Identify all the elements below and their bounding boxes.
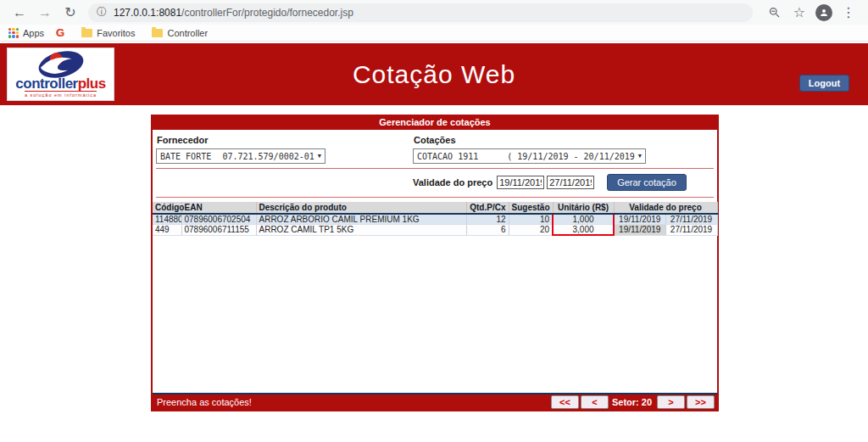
- col-unitario: Unitário (R$): [553, 202, 614, 214]
- panel-title: Gerenciador de cotações: [153, 116, 717, 130]
- cell-validade-de[interactable]: 19/11/2019: [614, 225, 665, 236]
- address-bar[interactable]: ⓘ 127.0.0.1:8081/controllerFor/protegido…: [88, 3, 753, 22]
- unitario-input[interactable]: 3,000: [553, 225, 614, 236]
- col-qtd: Qtd.P/Cx: [466, 202, 509, 214]
- cell-qtd: 12: [466, 214, 509, 225]
- folder-icon: [152, 29, 163, 37]
- cotacao-periodo: ( 19/11/2019 - 20/11/2019: [507, 152, 635, 161]
- validade-row: Validade do preço Gerar cotação: [156, 169, 714, 195]
- table-header-row: Código EAN Descrição do produto Qtd.P/Cx…: [153, 202, 717, 214]
- col-validade: Validade do preço: [614, 202, 717, 214]
- cotacoes-label: Cotações: [414, 135, 714, 145]
- reload-icon[interactable]: ↻: [60, 3, 81, 23]
- page-info-icon[interactable]: ⓘ: [97, 5, 107, 20]
- status-message: Preencha as cotações!: [157, 397, 252, 407]
- profile-avatar-icon[interactable]: [815, 4, 832, 21]
- logo-word-red: plus: [78, 76, 106, 92]
- logout-button[interactable]: Logout: [799, 75, 849, 92]
- logo-word-blue: controller: [15, 76, 77, 92]
- panel-empty-area: [153, 236, 717, 393]
- validade-label: Validade do preço: [413, 177, 492, 187]
- validade-to-input[interactable]: [547, 176, 594, 189]
- cell-codigo: 114880: [153, 214, 181, 225]
- products-table: Código EAN Descrição do produto Qtd.P/Cx…: [153, 202, 717, 236]
- fornecedor-label: Fornecedor: [157, 135, 413, 145]
- table-row: 114880 07896006702504 ARROZ ARBORIO CAMI…: [153, 214, 717, 225]
- url-path: /controllerFor/protegido/fornecedor.jsp: [181, 7, 353, 19]
- table-row: 449 07896006711155 ARROZ CAMIL TP1 5KG 6…: [153, 225, 717, 236]
- cotacoes-select[interactable]: COTACAO 1911 ( 19/11/2019 - 20/11/2019▼: [413, 148, 646, 164]
- cell-sugestao: 20: [509, 225, 553, 236]
- cell-descricao: ARROZ CAMIL TP1 5KG: [256, 225, 466, 236]
- cell-validade-ate[interactable]: 27/11/2019: [665, 225, 717, 236]
- back-icon[interactable]: ←: [9, 3, 30, 23]
- cell-codigo: 449: [153, 225, 181, 236]
- chevron-down-icon: ▼: [318, 153, 321, 159]
- bookmark-favoritos[interactable]: Favoritos: [97, 28, 135, 38]
- folder-icon: [81, 29, 92, 37]
- col-codigo: Código: [153, 202, 181, 214]
- controllerplus-logo: controllerplus a solução em informática: [7, 48, 114, 101]
- page-last-button[interactable]: >>: [687, 395, 715, 409]
- cell-validade-ate[interactable]: 27/11/2019: [665, 214, 717, 225]
- cell-qtd: 6: [466, 225, 509, 236]
- app-header: controllerplus a solução em informática …: [0, 43, 868, 105]
- bookmarks-bar: Apps G Favoritos Controller: [0, 25, 868, 42]
- page-prev-button[interactable]: <: [581, 395, 609, 409]
- filters-form: Fornecedor BATE FORTE 07.721.579/0002-01…: [153, 130, 717, 198]
- section-divider: [156, 197, 714, 198]
- panel-footer: Preencha as cotações! << < Setor: 20 > >…: [153, 394, 717, 410]
- pagination: << < Setor: 20 > >>: [549, 395, 715, 409]
- cell-ean: 07896006711155: [181, 225, 256, 236]
- setor-label: Setor: 20: [612, 397, 652, 407]
- cell-sugestao: 10: [509, 214, 553, 225]
- bookmark-apps-label[interactable]: Apps: [23, 28, 44, 38]
- col-descricao: Descrição do produto: [256, 202, 466, 214]
- logo-swirl-icon: [36, 51, 86, 78]
- validade-from-input[interactable]: [497, 176, 544, 189]
- fornecedor-value: BATE FORTE: [160, 152, 211, 161]
- logo-wordmark: controllerplus: [15, 78, 105, 90]
- fornecedor-cnpj: 07.721.579/0002-01: [222, 152, 314, 161]
- page-title: Cotação Web: [353, 60, 515, 89]
- col-sugestao: Sugestão: [509, 202, 553, 214]
- cell-validade-de[interactable]: 19/11/2019: [614, 214, 665, 225]
- logo-tagline: a solução em informática: [25, 91, 97, 98]
- bookmark-controller[interactable]: Controller: [167, 28, 208, 38]
- page-next-button[interactable]: >: [657, 395, 685, 409]
- cotacao-value: COTACAO 1911: [417, 152, 478, 161]
- url-host: 127.0.0.1:8081: [114, 7, 181, 19]
- page-first-button[interactable]: <<: [551, 395, 579, 409]
- col-ean: EAN: [181, 202, 256, 214]
- cell-ean: 07896006702504: [181, 214, 256, 225]
- chrome-menu-icon[interactable]: ⋮: [838, 3, 859, 23]
- browser-toolbar: ← → ↻ ⓘ 127.0.0.1:8081/controllerFor/pro…: [0, 0, 868, 25]
- zoom-icon[interactable]: [764, 3, 784, 23]
- google-bookmark-icon[interactable]: G: [56, 26, 64, 39]
- chevron-down-icon: ▼: [638, 153, 642, 159]
- forward-icon[interactable]: →: [35, 3, 55, 23]
- bookmark-star-icon[interactable]: ☆: [789, 3, 810, 23]
- gerar-cotacao-button[interactable]: Gerar cotação: [607, 174, 687, 191]
- apps-grid-icon[interactable]: [8, 28, 19, 38]
- cell-descricao: ARROZ ARBORIO CAMIL PREMIUM 1KG: [256, 214, 466, 225]
- unitario-input[interactable]: 1,000: [553, 214, 614, 225]
- url-text: 127.0.0.1:8081/controllerFor/protegido/f…: [114, 7, 353, 19]
- fornecedor-select[interactable]: BATE FORTE 07.721.579/0002-01▼: [156, 148, 326, 164]
- cotacoes-panel: Gerenciador de cotações Fornecedor BATE …: [151, 115, 719, 411]
